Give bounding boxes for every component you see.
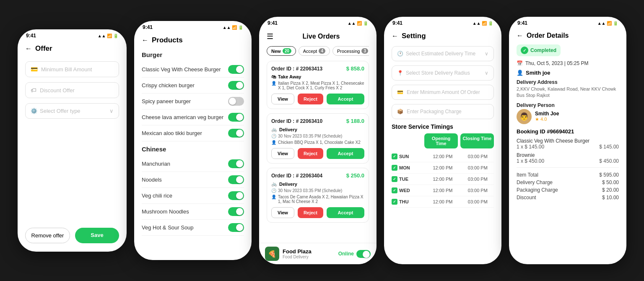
packaging-label: Enter Packaging Charge xyxy=(407,109,462,114)
discount-placeholder: Discount Offer xyxy=(40,87,75,94)
order2-header: Order ID : # 22063410 $ 188.0 xyxy=(271,118,364,124)
mon-open: 12:00 PM xyxy=(426,165,459,170)
order1-items: 👤 Italian Pizza X 2, Meat Pizza X 1, Che… xyxy=(271,81,364,90)
tab-new[interactable]: New 20 xyxy=(267,46,296,56)
check-thu[interactable]: ✓ xyxy=(392,199,397,205)
online-toggle-switch[interactable] xyxy=(356,250,371,258)
takeaway-icon: 🛍 xyxy=(271,74,276,79)
order2-items-text: Chicken BBQ Pizza X 1, Chocolate Cake X2 xyxy=(278,140,361,145)
view-button-1[interactable]: View xyxy=(271,94,294,104)
phones-container: 9:41 ▲▲ 📶 🔋 ← Offer 💳 Minimum Bill Amoun… xyxy=(9,8,635,273)
toggle-spicy-paneer[interactable] xyxy=(228,97,244,106)
hamburger-menu-icon[interactable]: ☰ xyxy=(267,32,273,41)
tab-accept[interactable]: Accept 4 xyxy=(299,46,330,56)
toggle-veg-chili[interactable] xyxy=(228,191,244,200)
order2-schedule-text: 30 Nov 2023 03:35 PM (Schedule) xyxy=(278,134,342,138)
phone-live-orders: 9:41 ▲▲ 📶 🔋 ☰ Live Orders New 20 Accept … xyxy=(259,17,377,264)
order1-type: 🛍 Take Away xyxy=(271,74,364,79)
toggle-cheese-lava[interactable] xyxy=(228,113,244,122)
toggle-veg-sour-soup[interactable] xyxy=(228,223,244,232)
timing-row-mon: ✓ MON 12:00 PM 03:00 PM xyxy=(392,162,494,174)
check-sun[interactable]: ✓ xyxy=(392,154,397,159)
delivery-time-label: Select Estimated Delivery Time xyxy=(406,51,475,57)
toggle-manchurian[interactable] xyxy=(228,159,244,168)
order-item-2-name: Brownie xyxy=(517,152,619,158)
toggle-mexican-aloo[interactable] xyxy=(228,129,244,138)
reject-button-1[interactable]: Reject xyxy=(298,94,323,104)
order2-id: Order ID : # 22063410 xyxy=(271,118,322,124)
online-toggle[interactable]: Online xyxy=(338,250,371,258)
check-tue[interactable]: ✓ xyxy=(392,176,397,182)
view-button-2[interactable]: View xyxy=(271,148,294,159)
setting-back-arrow[interactable]: ← xyxy=(392,32,398,40)
reject-button-3[interactable]: Reject xyxy=(298,207,323,218)
delivery-person-rating: ★ 4.0 xyxy=(535,117,559,122)
day-sun: ✓ SUN xyxy=(392,154,424,159)
tue-open: 12:00 PM xyxy=(426,177,459,182)
sun-open: 12:00 PM xyxy=(426,154,459,159)
min-bill-input[interactable]: 💳 Minimum Bill Amount xyxy=(25,61,119,77)
product-name: Crispy chicken burger xyxy=(142,82,195,88)
food-plaza-name: Food Plaza xyxy=(283,248,312,255)
product-name: Mushroom Noodles xyxy=(142,208,189,215)
check-wed[interactable]: ✓ xyxy=(392,187,397,193)
status-bar-3: 9:41 ▲▲ 📶 🔋 xyxy=(259,17,377,28)
clock-select-icon: 🕐 xyxy=(397,51,403,57)
food-plaza-logo: 🍕 xyxy=(265,247,279,261)
accept-button-1[interactable]: Accept xyxy=(327,94,364,104)
tab-processing[interactable]: Processing 3 xyxy=(332,46,369,56)
location-icon: 📍 xyxy=(397,70,403,76)
products-back-arrow[interactable]: ← xyxy=(142,36,148,44)
timing-row-wed: ✓ WED 12:00 PM 03:00 PM xyxy=(392,185,494,196)
mon-close: 03:00 PM xyxy=(462,165,494,170)
save-button[interactable]: Save xyxy=(75,228,119,243)
discount-row: Discount $ 10.00 xyxy=(517,194,619,201)
check-mon[interactable]: ✓ xyxy=(392,165,397,171)
view-button-3[interactable]: View xyxy=(271,207,294,218)
min-bill-placeholder: Minimum Bill Amount xyxy=(41,66,92,73)
toggle-mushroom-noodles[interactable] xyxy=(228,207,244,216)
list-item: Mexican aloo tikki burger xyxy=(142,125,244,141)
delivery-avatar: 👨 xyxy=(517,109,532,124)
order-details-page-title: Order Details xyxy=(527,32,569,39)
packaging-input[interactable]: 📦 Enter Packaging Charge xyxy=(392,104,494,119)
order-card-2: Order ID : # 22063410 $ 188.0 🚲 Delivery… xyxy=(267,113,369,164)
completed-status-badge: ✓ Completed xyxy=(517,44,561,56)
status-bar-4: 9:41 ▲▲ 📶 🔋 xyxy=(384,17,501,28)
phone-offer: 9:41 ▲▲ 📶 🔋 ← Offer 💳 Minimum Bill Amoun… xyxy=(18,29,127,252)
order-details-back-arrow[interactable]: ← xyxy=(517,32,523,39)
order3-price: $ 250.0 xyxy=(346,172,364,179)
opening-time-header: Opening Time xyxy=(424,133,458,148)
remove-offer-button[interactable]: Remove offer xyxy=(25,228,70,243)
discount-offer-input[interactable]: 🏷 Discount Offer xyxy=(25,82,119,98)
min-order-input[interactable]: 💳 Enter Minimum Amount Of Order xyxy=(392,85,494,100)
accept-button-3[interactable]: Accept xyxy=(327,207,364,218)
toggle-crispy-chicken[interactable] xyxy=(228,81,244,90)
chinese-section-title: Chinese xyxy=(142,146,244,153)
closing-time-header: Closing Time xyxy=(460,133,494,148)
order3-schedule: 🕐 30 Nov 2023 03:35 PM (Schedule) xyxy=(271,188,364,193)
order-date: 📅 Thu, Oct 5, 2023 | 05:25 PM xyxy=(517,60,619,66)
delivery-radius-select[interactable]: 📍 Select Store Delivery Radius ∨ xyxy=(392,65,494,81)
order2-actions: View Reject Accept xyxy=(271,148,364,159)
discount-label: Discount xyxy=(517,195,536,200)
list-item: Classic Veg With Cheese Burger xyxy=(142,62,244,78)
status-bar-2: 9:41 ▲▲ 📶 🔋 xyxy=(134,21,252,32)
product-name: Veg Hot & Sour Soup xyxy=(142,224,194,231)
customer-icon: 👤 xyxy=(517,70,523,76)
packaging-charge-label: Packaging Charge xyxy=(517,187,558,193)
offer-type-select[interactable]: ⚙️ Select Offer type ∨ xyxy=(25,103,119,119)
toggle-classic-burger[interactable] xyxy=(228,65,244,74)
phone3-content: ☰ Live Orders New 20 Accept 4 Processing… xyxy=(259,28,377,243)
back-arrow-icon[interactable]: ← xyxy=(25,45,32,52)
reject-button-2[interactable]: Reject xyxy=(298,148,323,159)
toggle-noodels[interactable] xyxy=(228,175,244,184)
live-orders-header: ☰ Live Orders xyxy=(267,32,369,41)
delivery-time-select[interactable]: 🕐 Select Estimated Delivery Time ∨ xyxy=(392,46,494,61)
phone-order-details: 9:41 ▲▲ 📶 🔋 ← Order Details ✓ Completed … xyxy=(509,17,626,264)
accept-button-2[interactable]: Accept xyxy=(327,148,364,159)
processing-badge: 3 xyxy=(361,48,368,54)
order-item-2-detail: 1 x $ 450.00 $ 450.00 xyxy=(517,158,619,164)
order3-items: 👤 Tacos De Carne Asada X 2, Hawaiian Piz… xyxy=(271,195,364,204)
order-details-header: ← Order Details xyxy=(517,32,619,39)
